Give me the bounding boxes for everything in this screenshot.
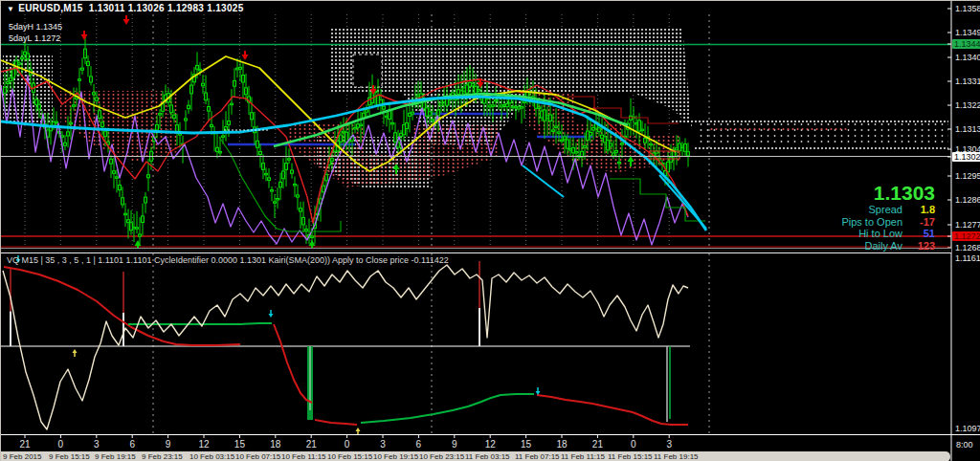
price-info-panel: 1.1303 Spread1.8Pips to Open-17Hi to Low… [841,183,935,252]
panel-separator[interactable] [1,248,951,253]
time-axis-date-label: 11 Feb 11:15 [561,452,605,461]
price-axis-label: 1.13130 [955,124,980,134]
symbol-timeframe: EURUSD,M15 [18,3,82,13]
time-axis-hour-label: 3 [87,439,106,450]
info-value: 1.8 [908,204,935,216]
time-axis-date-label: 10 Feb 03:15 [189,452,234,461]
time-axis-hour-label: 3 [659,439,679,450]
time-axis-hour-label: 21 [301,439,321,450]
time-axis-hour-label: 0 [338,439,357,450]
current-price-readout: 1.1303 [841,183,935,204]
time-axis-hour-label: 6 [409,439,428,450]
price-marker: 1.13025 [952,152,980,162]
time-axis-hour-label: 6 [122,439,142,450]
indicator-header: VQ M15 | 35 , 3 , 5 , 1 | 1.1101 1.1101 … [7,255,449,265]
info-value: 51 [908,228,935,240]
time-axis-date-label: 11 Feb 19:15 [654,452,699,461]
price-axis-label: 1.12860 [955,195,980,205]
time-axis-hour-label: 3 [373,439,392,450]
time-axis-hour-label: 21 [15,439,34,450]
time-axis-date-label: 9 Feb 23:15 [142,452,183,461]
time-axis-date-label: 9 Feb 19:15 [95,452,136,461]
price-axis-label: 1.12770 [955,220,980,230]
time-axis-hour-label: 15 [230,439,249,450]
price-marker: 1.12722 [952,231,980,241]
time-axis-date-label: 10 Feb 11:15 [281,452,326,461]
price-axis-label: 1.13310 [955,77,980,86]
price-marker: 1.13445 [952,39,980,49]
time-axis-date-label: 9 Feb 2015 [3,452,41,461]
info-value: 123 [908,240,935,252]
info-label: Hi to Low [858,228,902,240]
price-axis-label: 1.12680 [955,243,980,252]
time-axis-date-label: 10 Feb 23:15 [419,452,464,461]
time-axis-hour-label: 9 [159,439,178,450]
info-value: -17 [908,216,935,229]
indicator-axis-label: 1.1161 [955,253,980,263]
time-axis-hour-label: 18 [266,439,285,450]
chart-canvas[interactable] [1,1,980,461]
time-axis-date-label: 10 Feb 15:15 [327,452,372,461]
time-axis-date-label: 11 Feb 07:15 [515,452,560,461]
indicator-axis-label: 1.1097 [955,424,980,433]
time-axis-hour-label: 15 [517,439,536,450]
info-label: Daily Av [864,240,902,252]
next-separator-time: 8:00 [956,440,973,450]
price-axis-label: 1.13400 [955,53,980,62]
time-axis-date-label: 10 Feb 07:15 [235,452,280,461]
time-axis-hour-label: 18 [552,439,571,450]
time-axis-date-label: 11 Feb 03:15 [465,452,510,461]
time-axis-dates: 9 Feb 20159 Feb 15:159 Feb 19:159 Feb 23… [1,451,950,461]
mt4-chart-window: ▼EURUSD,M15 1.13011 1.13026 1.12983 1.13… [0,0,980,461]
info-label: Pips to Open [841,216,902,229]
price-axis-label: 1.13220 [955,100,980,110]
chart-title: ▼EURUSD,M15 1.13011 1.13026 1.12983 1.13… [7,3,244,13]
info-row-hi-to-low: Hi to Low51 [841,228,935,240]
price-axis-label: 1.13490 [955,28,980,37]
time-axis-hour-label: 12 [194,439,213,450]
info-label: Spread [869,204,902,216]
info-row-spread: Spread1.8 [841,204,935,216]
five-day-low-label: 5dayL 1.1272 [9,33,60,43]
time-axis-hour-label: 0 [51,439,70,450]
time-axis-hour-label: 0 [624,439,643,450]
info-row-daily-av: Daily Av123 [841,240,935,252]
time-axis-hour-label: 12 [480,439,500,450]
info-row-pips-to-open: Pips to Open-17 [841,216,935,229]
time-axis-date-label: 9 Feb 15:15 [49,452,90,461]
time-axis-date-label: 10 Feb 19:15 [373,452,418,461]
time-axis-hour-label: 9 [445,439,464,450]
five-day-high-label: 5dayH 1.1345 [9,22,62,32]
price-axis-label: 1.13580 [955,4,980,13]
ohlc-values: 1.13011 1.13026 1.12983 1.13025 [89,3,244,13]
symbol-dropdown-icon[interactable]: ▼ [7,5,14,13]
time-axis-hour-label: 21 [588,439,607,450]
price-axis-label: 1.12950 [955,171,980,181]
time-axis-date-label: 11 Feb 15:15 [608,452,653,461]
